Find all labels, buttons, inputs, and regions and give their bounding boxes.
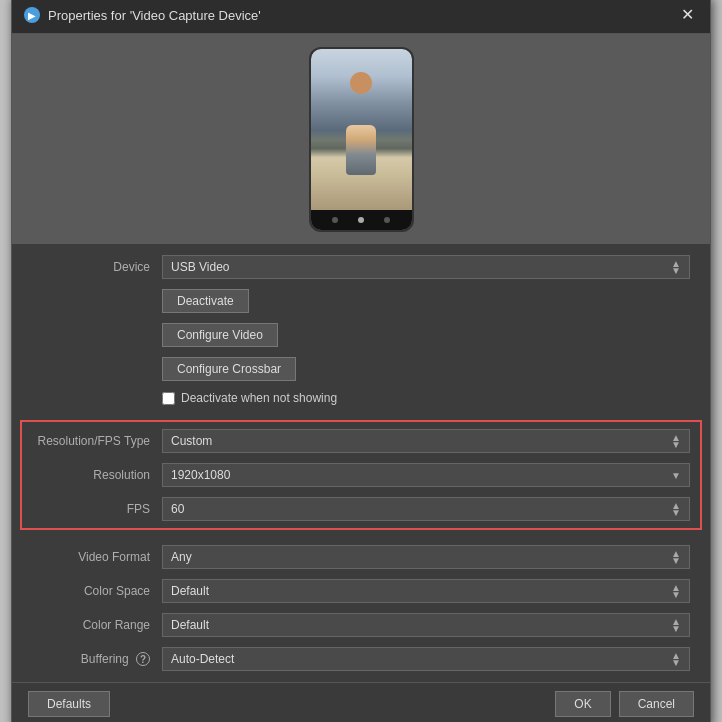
video-format-arrow: ▲▼ bbox=[671, 550, 681, 564]
fps-control: 60 ▲▼ bbox=[162, 497, 690, 521]
resolution-fps-type-value: Custom bbox=[171, 434, 212, 448]
video-section: Video Format Any ▲▼ Color Space Default … bbox=[12, 534, 710, 682]
deactivate-checkbox[interactable] bbox=[162, 392, 175, 405]
photo-head bbox=[350, 72, 372, 94]
video-format-label: Video Format bbox=[32, 550, 162, 564]
buffering-control: Auto-Detect ▲▼ bbox=[162, 647, 690, 671]
resolution-arrow: ▼ bbox=[671, 472, 681, 479]
configure-crossbar-button[interactable]: Configure Crossbar bbox=[162, 357, 296, 381]
dialog: ▶ Properties for 'Video Capture Device' … bbox=[11, 0, 711, 722]
fps-value: 60 bbox=[171, 502, 184, 516]
device-section: Device USB Video ▲▼ Deactivate Configure… bbox=[12, 244, 710, 416]
device-label: Device bbox=[32, 260, 162, 274]
video-format-row: Video Format Any ▲▼ bbox=[32, 540, 690, 574]
buffering-help-icon[interactable]: ? bbox=[136, 652, 150, 666]
color-space-select[interactable]: Default ▲▼ bbox=[162, 579, 690, 603]
resolution-control: 1920x1080 ▼ bbox=[162, 463, 690, 487]
footer-right: OK Cancel bbox=[555, 691, 694, 717]
nav-dot-2 bbox=[358, 217, 364, 223]
resolution-fps-type-select[interactable]: Custom ▲▼ bbox=[162, 429, 690, 453]
video-format-control: Any ▲▼ bbox=[162, 545, 690, 569]
configure-crossbar-row: Configure Crossbar bbox=[32, 352, 690, 386]
buttons-control: Deactivate bbox=[162, 289, 690, 313]
color-space-arrow: ▲▼ bbox=[671, 584, 681, 598]
color-range-label: Color Range bbox=[32, 618, 162, 632]
color-range-row: Color Range Default ▲▼ bbox=[32, 608, 690, 642]
photo-scene bbox=[311, 49, 412, 230]
resolution-highlighted-section: Resolution/FPS Type Custom ▲▼ Resolution… bbox=[20, 420, 702, 530]
deactivate-button[interactable]: Deactivate bbox=[162, 289, 249, 313]
resolution-label: Resolution bbox=[32, 468, 162, 482]
nav-dot-3 bbox=[384, 217, 390, 223]
fps-arrow: ▲▼ bbox=[671, 502, 681, 516]
fps-label: FPS bbox=[32, 502, 162, 516]
color-range-value: Default bbox=[171, 618, 209, 632]
device-select[interactable]: USB Video ▲▼ bbox=[162, 255, 690, 279]
video-format-select[interactable]: Any ▲▼ bbox=[162, 545, 690, 569]
device-value: USB Video bbox=[171, 260, 229, 274]
resolution-fps-type-control: Custom ▲▼ bbox=[162, 429, 690, 453]
resolution-fps-type-row: Resolution/FPS Type Custom ▲▼ bbox=[32, 424, 690, 458]
preview-area: ●●●▶ ● bbox=[12, 34, 710, 244]
ok-button[interactable]: OK bbox=[555, 691, 610, 717]
buffering-label: Buffering ? bbox=[32, 652, 162, 667]
color-space-label: Color Space bbox=[32, 584, 162, 598]
color-range-control: Default ▲▼ bbox=[162, 613, 690, 637]
photo-person bbox=[346, 125, 376, 175]
buffering-arrow: ▲▼ bbox=[671, 652, 681, 666]
color-space-value: Default bbox=[171, 584, 209, 598]
deactivate-checkbox-row: Deactivate when not showing bbox=[32, 386, 690, 410]
footer: Defaults OK Cancel bbox=[12, 682, 710, 722]
color-space-row: Color Space Default ▲▼ bbox=[32, 574, 690, 608]
phone-bottom-nav bbox=[311, 210, 412, 230]
buffering-row: Buffering ? Auto-Detect ▲▼ bbox=[32, 642, 690, 676]
color-range-select[interactable]: Default ▲▼ bbox=[162, 613, 690, 637]
close-button[interactable]: ✕ bbox=[677, 5, 698, 25]
phone-screen: ●●●▶ ● bbox=[311, 49, 412, 230]
deactivate-checkbox-label: Deactivate when not showing bbox=[181, 391, 337, 405]
configure-video-control: Configure Video bbox=[162, 323, 690, 347]
video-format-value: Any bbox=[171, 550, 192, 564]
app-icon: ▶ bbox=[24, 7, 40, 23]
buffering-select[interactable]: Auto-Detect ▲▼ bbox=[162, 647, 690, 671]
defaults-button[interactable]: Defaults bbox=[28, 691, 110, 717]
nav-dot-1 bbox=[332, 217, 338, 223]
resolution-row: Resolution 1920x1080 ▼ bbox=[32, 458, 690, 492]
resolution-value: 1920x1080 bbox=[171, 468, 230, 482]
phone-preview: ●●●▶ ● bbox=[309, 47, 414, 232]
cancel-button[interactable]: Cancel bbox=[619, 691, 694, 717]
dialog-title: Properties for 'Video Capture Device' bbox=[48, 8, 261, 23]
title-bar: ▶ Properties for 'Video Capture Device' … bbox=[12, 0, 710, 34]
resolution-fps-type-arrow: ▲▼ bbox=[671, 434, 681, 448]
configure-video-button[interactable]: Configure Video bbox=[162, 323, 278, 347]
configure-video-row: Configure Video bbox=[32, 318, 690, 352]
device-arrow: ▲▼ bbox=[671, 260, 681, 274]
color-space-control: Default ▲▼ bbox=[162, 579, 690, 603]
deactivate-checkbox-control: Deactivate when not showing bbox=[162, 391, 690, 405]
device-control: USB Video ▲▼ bbox=[162, 255, 690, 279]
fps-row: FPS 60 ▲▼ bbox=[32, 492, 690, 526]
device-row: Device USB Video ▲▼ bbox=[32, 250, 690, 284]
resolution-select[interactable]: 1920x1080 ▼ bbox=[162, 463, 690, 487]
resolution-fps-type-label: Resolution/FPS Type bbox=[32, 434, 162, 448]
fps-select[interactable]: 60 ▲▼ bbox=[162, 497, 690, 521]
title-bar-left: ▶ Properties for 'Video Capture Device' bbox=[24, 7, 261, 23]
color-range-arrow: ▲▼ bbox=[671, 618, 681, 632]
buttons-row: Deactivate bbox=[32, 284, 690, 318]
configure-crossbar-control: Configure Crossbar bbox=[162, 357, 690, 381]
deactivate-checkbox-group: Deactivate when not showing bbox=[162, 391, 337, 405]
buffering-value: Auto-Detect bbox=[171, 652, 234, 666]
